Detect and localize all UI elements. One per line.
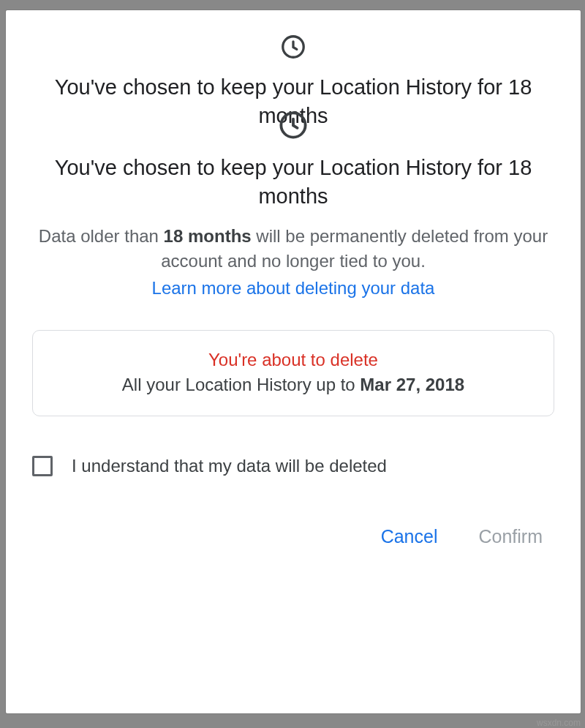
body-prefix: Data older than xyxy=(39,226,164,246)
warning-date: Mar 27, 2018 xyxy=(360,375,464,394)
dialog-body: Data older than 18 months will be perman… xyxy=(6,224,581,301)
cancel-button[interactable]: Cancel xyxy=(378,522,441,552)
clock-icon xyxy=(6,110,581,143)
consent-label: I understand that my data will be delete… xyxy=(72,456,387,476)
warning-title: You're about to delete xyxy=(48,350,539,370)
consent-checkbox[interactable] xyxy=(32,456,53,476)
button-row: Cancel Confirm xyxy=(6,522,581,552)
warning-body: All your Location History up to Mar 27, … xyxy=(48,375,539,395)
confirmation-dialog: You've chosen to keep your Location Hist… xyxy=(6,10,581,713)
confirm-button[interactable]: Confirm xyxy=(475,522,546,552)
clock-icon xyxy=(6,34,581,63)
dialog-heading: You've chosen to keep your Location Hist… xyxy=(6,154,581,211)
warning-body-prefix: All your Location History up to xyxy=(122,375,361,394)
body-strong: 18 months xyxy=(164,226,252,246)
consent-row: I understand that my data will be delete… xyxy=(6,456,581,476)
main-block: You've chosen to keep your Location Hist… xyxy=(6,110,581,552)
learn-more-link[interactable]: Learn more about deleting your data xyxy=(32,276,554,301)
warning-box: You're about to delete All your Location… xyxy=(32,330,554,416)
watermark: wsxdn.com xyxy=(537,718,581,728)
